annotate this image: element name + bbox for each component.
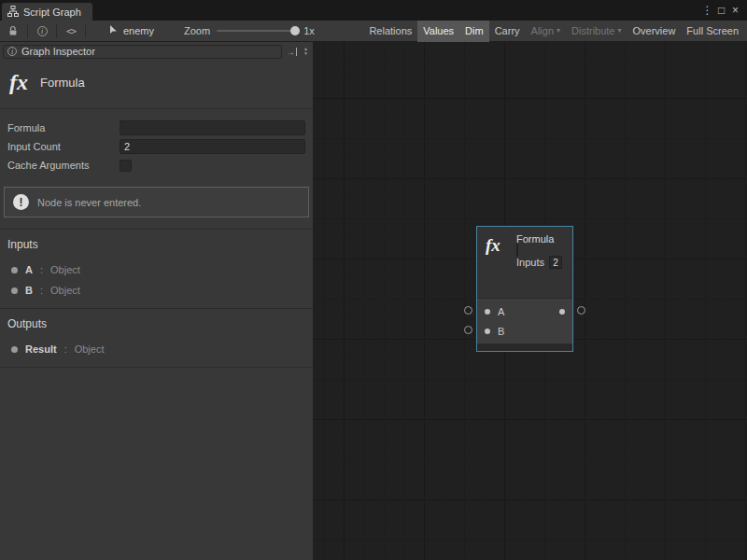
inspector-header: i Graph Inspector → ▲ ▼ — [0, 42, 313, 59]
formula-node[interactable]: fx Formula Inputs 2 A — [476, 226, 573, 352]
cache-arguments-checkbox[interactable] — [120, 160, 132, 172]
external-port-ring-result[interactable] — [577, 306, 585, 315]
node-ports: A B — [477, 298, 572, 343]
graph-name: enemy — [123, 25, 154, 36]
formula-fx-icon: fx — [9, 70, 28, 95]
graph-inspector-panel: i Graph Inspector → ▲ ▼ fx Formula Formu… — [0, 42, 313, 560]
code-preview-icon[interactable]: <> — [61, 22, 81, 39]
graph-pointer-icon — [108, 24, 119, 37]
overview-button[interactable]: Overview — [627, 21, 682, 42]
formula-input[interactable] — [120, 120, 305, 135]
input-count-field-row: Input Count — [7, 137, 305, 156]
full-screen-button[interactable]: Full Screen — [681, 21, 744, 42]
values-button[interactable]: Values — [417, 21, 459, 42]
info-icon: i — [7, 47, 17, 56]
cache-arguments-label: Cache Arguments — [7, 160, 120, 171]
port-dot-icon — [11, 287, 18, 294]
chevron-down-icon: ▾ — [618, 27, 622, 35]
inspector-fields: Formula Input Count Cache Arguments — [0, 109, 313, 175]
window-controls: ⋮ □ × — [700, 0, 747, 21]
node-inputs-row: Inputs 2 — [516, 256, 567, 269]
inspector-selector[interactable]: i Graph Inspector — [3, 45, 282, 59]
input-port-b-icon[interactable] — [485, 329, 490, 334]
node-formula-checkbox[interactable] — [516, 244, 518, 257]
zoom-slider-knob[interactable] — [290, 26, 300, 35]
graph-breadcrumb[interactable]: enemy — [108, 24, 154, 37]
graph-toolbar: i <> enemy Zoom 1x Relations Val — [0, 21, 747, 42]
zoom-value: 1x — [303, 25, 315, 36]
warning-text: Node is never entered. — [37, 197, 141, 208]
maximize-icon[interactable]: □ — [714, 4, 728, 17]
input-count-input[interactable] — [120, 139, 305, 154]
scroll-down-icon[interactable]: ▼ — [303, 51, 308, 56]
inputs-section-title: Inputs — [7, 238, 305, 251]
external-port-ring-a[interactable] — [464, 306, 472, 315]
dim-button[interactable]: Dim — [459, 21, 489, 42]
input-port-b: B : Object — [7, 280, 305, 301]
tab-bar: Script Graph ⋮ □ × — [0, 0, 747, 21]
tab-script-graph[interactable]: Script Graph — [2, 3, 92, 21]
distribute-button: Distribute ▾ — [566, 21, 627, 42]
info-toggle-icon[interactable]: i — [32, 22, 52, 39]
toolbar-buttons: Relations Values Dim Carry Align ▾ Distr… — [363, 21, 744, 42]
node-title: Formula — [516, 233, 567, 245]
input-port-a: A : Object — [7, 259, 305, 280]
node-inputs-label: Inputs — [516, 257, 544, 268]
port-dot-icon — [11, 267, 18, 273]
lock-icon[interactable] — [3, 22, 23, 39]
output-port-result: Result : Object — [7, 339, 305, 359]
menu-icon[interactable]: ⋮ — [700, 4, 714, 17]
close-icon[interactable]: × — [728, 4, 742, 17]
dock-panel-icon[interactable]: → — [286, 47, 297, 57]
tab-label: Script Graph — [23, 7, 81, 18]
carry-button[interactable]: Carry — [489, 21, 526, 42]
warning-icon: ! — [13, 194, 29, 210]
align-button: Align ▾ — [526, 21, 566, 42]
input-count-label: Input Count — [7, 141, 120, 152]
zoom-control: Zoom 1x — [184, 25, 315, 36]
zoom-label: Zoom — [184, 25, 210, 36]
node-port-a-label: A — [498, 306, 504, 317]
unit-title: Formula — [40, 76, 85, 90]
inspector-title: Graph Inspector — [21, 46, 95, 57]
node-port-row-a: A — [477, 301, 572, 321]
chevron-down-icon: ▾ — [557, 27, 560, 35]
port-dot-icon — [11, 346, 18, 353]
toolbar-separator — [56, 24, 57, 38]
outputs-section: Outputs Result : Object — [0, 308, 313, 368]
inputs-section: Inputs A : Object B : Object — [0, 229, 313, 308]
scroll-spinner[interactable]: ▲ ▼ — [301, 47, 311, 56]
input-port-a-icon[interactable] — [485, 309, 490, 315]
warning-box: ! Node is never entered. — [4, 187, 309, 217]
graph-canvas[interactable]: fx Formula Inputs 2 A — [313, 42, 747, 560]
node-fx-icon: fx — [486, 235, 500, 256]
node-footer-shadow — [477, 343, 572, 351]
relations-button[interactable]: Relations — [363, 21, 417, 42]
toolbar-separator — [85, 24, 86, 38]
node-inputs-count[interactable]: 2 — [549, 256, 562, 269]
external-port-ring-b[interactable] — [464, 326, 472, 334]
cache-arguments-row: Cache Arguments — [7, 156, 305, 175]
formula-field-row: Formula — [7, 119, 305, 137]
unit-header: fx Formula — [0, 59, 313, 109]
formula-node-header: fx Formula Inputs 2 — [477, 227, 572, 298]
script-graph-window: Script Graph ⋮ □ × i <> e — [0, 0, 747, 560]
zoom-slider[interactable] — [217, 30, 297, 32]
outputs-section-title: Outputs — [7, 317, 305, 330]
node-port-row-b: B — [477, 321, 572, 341]
output-port-result-icon[interactable] — [559, 309, 565, 315]
script-graph-icon — [7, 6, 19, 19]
toolbar-separator — [27, 24, 28, 38]
node-port-b-label: B — [498, 326, 504, 337]
formula-field-label: Formula — [7, 122, 120, 133]
